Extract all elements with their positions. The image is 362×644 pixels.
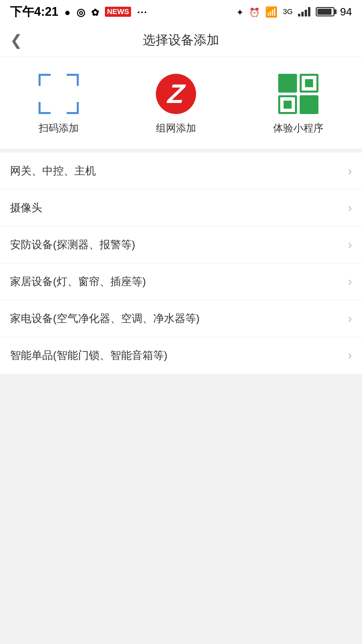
news-icon: NEWS	[105, 7, 131, 17]
battery-percent: 94	[340, 6, 352, 18]
list-item-home[interactable]: 家居设备(灯、窗帘、插座等) ›	[0, 263, 362, 300]
mesh-add-label: 组网添加	[156, 121, 196, 135]
status-bar: 下午4:21 NEWS 📶 3G 94	[0, 0, 362, 23]
network-type: 3G	[283, 7, 293, 16]
mesh-add-button[interactable]: Z 组网添加	[156, 74, 196, 135]
wifi-icon: 📶	[265, 6, 278, 18]
scan-add-button[interactable]: 扫码添加	[39, 74, 79, 135]
chevron-right-icon: ›	[348, 201, 352, 215]
list-item-appliance[interactable]: 家电设备(空气净化器、空调、净水器等) ›	[0, 300, 362, 337]
chevron-right-icon: ›	[348, 348, 352, 363]
list-item-smart[interactable]: 智能单品(智能门锁、智能音箱等) ›	[0, 337, 362, 374]
device-category-list: 网关、中控、主机 › 摄像头 › 安防设备(探测器、报警等) › 家居设备(灯、…	[0, 153, 362, 374]
chevron-right-icon: ›	[348, 164, 352, 178]
page-header: ❮ 选择设备添加	[0, 23, 362, 57]
list-item-security[interactable]: 安防设备(探测器、报警等) ›	[0, 226, 362, 263]
chevron-right-icon: ›	[348, 312, 352, 326]
zigbee-icon: Z	[156, 74, 196, 114]
qr-icon	[278, 74, 318, 114]
more-icon	[137, 5, 147, 19]
list-item-camera[interactable]: 摄像头 ›	[0, 190, 362, 226]
list-item-gateway[interactable]: 网关、中控、主机 ›	[0, 153, 362, 190]
settings-icon	[91, 5, 99, 19]
top-actions-section: 扫码添加 Z 组网添加 体验小程序	[0, 57, 362, 153]
back-button[interactable]: ❮	[10, 32, 22, 49]
chevron-right-icon: ›	[348, 275, 352, 289]
mini-app-button[interactable]: 体验小程序	[273, 74, 323, 135]
circle-icon	[76, 5, 85, 19]
scan-add-label: 扫码添加	[39, 121, 79, 135]
battery-indicator	[316, 7, 335, 16]
chevron-right-icon: ›	[348, 238, 352, 252]
signal-bars	[298, 7, 310, 16]
status-time: 下午4:21	[10, 4, 58, 20]
message-icon	[64, 5, 70, 19]
page-title: 选择设备添加	[143, 32, 219, 49]
clock-icon	[249, 6, 260, 18]
status-right: 📶 3G 94	[236, 6, 352, 18]
scan-icon	[39, 74, 79, 114]
bluetooth-icon	[236, 6, 244, 18]
mini-app-label: 体验小程序	[273, 121, 323, 135]
